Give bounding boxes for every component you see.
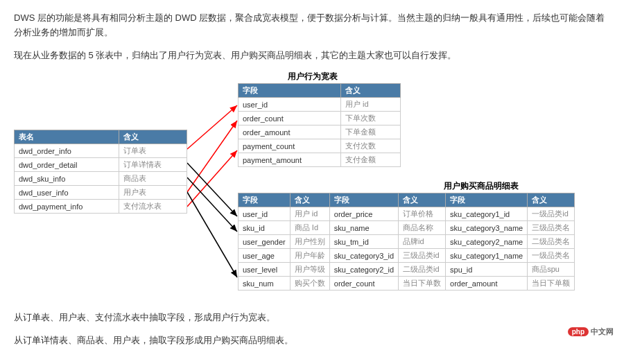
paragraph-intro: DWS 层的功能是将具有相同分析主题的 DWD 层数据，聚合成宽表模型，便于数据… <box>14 11 610 40</box>
table-row: user_gender用户性别 sku_tm_id品牌id sku_catego… <box>239 235 575 249</box>
table-row: dwd_payment_info支付流水表 <box>15 200 187 214</box>
table-row: order_amount下单金额 <box>239 125 401 139</box>
table-row: user_id用户 id order_price订单价格 sku_categor… <box>239 207 575 221</box>
table-row: payment_amount支付金额 <box>239 153 401 167</box>
logo-badge: php <box>568 327 589 336</box>
svg-line-5 <box>187 192 237 277</box>
caption-behavior: 用户行为宽表 <box>288 71 338 83</box>
th: 字段 <box>446 193 528 207</box>
source-table: 表名 含义 dwd_order_info订单表 dwd_order_detail… <box>14 130 187 214</box>
svg-line-2 <box>187 150 237 207</box>
site-logo: php 中文网 <box>568 327 614 337</box>
diagram-container: 表名 含义 dwd_order_info订单表 dwd_order_detail… <box>14 71 610 306</box>
table-row: dwd_order_info订单表 <box>15 144 187 158</box>
table-row: sku_id商品 Id sku_name商品名称 sku_category3_n… <box>239 221 575 235</box>
behavior-table: 字段 含义 user_id用户 id order_count下单次数 order… <box>238 83 401 167</box>
th: 含义 <box>340 84 400 98</box>
caption-detail: 用户购买商品明细表 <box>444 180 519 192</box>
table-row: dwd_order_detail订单详情表 <box>15 158 187 172</box>
paragraph-note2: 从订单详情表、商品表、用户表，抽取字段形成用户购买商品明细表。 <box>14 333 610 348</box>
table-row: user_level用户等级 sku_category2_id二级品类id sp… <box>239 263 575 277</box>
th: 字段 <box>239 193 291 207</box>
table-row: sku_num购买个数 order_count当日下单数 order_amoun… <box>239 277 575 291</box>
paragraph-summary: 现在从业务数据的 5 张表中，归纳出了用户行为宽表、用户购买商品明细表，其它的主… <box>14 49 610 63</box>
th: 字段 <box>329 193 398 207</box>
table-row: order_count下单次数 <box>239 112 401 125</box>
th: 含义 <box>399 193 446 207</box>
table-row: user_age用户年龄 sku_category3_id三级品类id sku_… <box>239 249 575 263</box>
table-row: user_id用户 id <box>239 98 401 112</box>
table-row: payment_count支付次数 <box>239 139 401 153</box>
th: 字段 <box>239 84 341 98</box>
table-row: dwd_user_info用户表 <box>15 186 187 200</box>
th: 表名 <box>15 130 119 144</box>
svg-line-1 <box>187 121 237 192</box>
th: 含义 <box>119 130 187 144</box>
logo-text: 中文网 <box>591 327 614 337</box>
table-row: dwd_sku_info商品表 <box>15 172 187 186</box>
svg-line-4 <box>187 177 237 232</box>
svg-line-3 <box>187 163 237 216</box>
paragraph-note1: 从订单表、用户表、支付流水表中抽取字段，形成用户行为宽表。 <box>14 311 610 325</box>
th: 含义 <box>290 193 329 207</box>
th: 含义 <box>528 193 575 207</box>
svg-line-0 <box>187 105 237 149</box>
detail-table: 字段 含义 字段 含义 字段 含义 user_id用户 id order_pri… <box>238 193 575 291</box>
